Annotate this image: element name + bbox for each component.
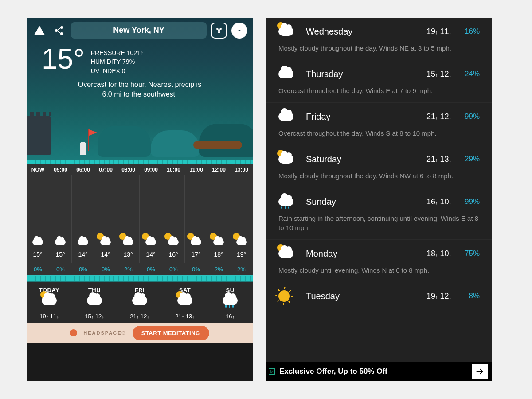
hourly-column[interactable]: 18° bbox=[207, 175, 230, 263]
day-temps: 21 13 bbox=[162, 313, 207, 320]
hourly-precip: 2% bbox=[207, 266, 230, 273]
hourly-forecast[interactable]: NOW05:0006:0007:0008:0009:0010:0011:0012… bbox=[27, 164, 253, 275]
cloud-icon bbox=[132, 296, 147, 305]
hourly-precip: 0% bbox=[94, 266, 117, 273]
phone-screen-main: New York, NY 15° PRESSURE 1021↑ HUMIDITY… bbox=[27, 18, 253, 381]
hourly-temp: 16° bbox=[168, 251, 178, 258]
dropdown-button[interactable] bbox=[231, 23, 247, 39]
day-hi-lo: 21 12 bbox=[426, 112, 451, 121]
uv-value: UV INDEX 0 bbox=[91, 66, 144, 75]
hourly-precip: 0% bbox=[27, 266, 49, 273]
hourly-temp: 14° bbox=[78, 251, 87, 258]
cloud-icon bbox=[87, 296, 102, 305]
day-hi-lo: 16 10 bbox=[426, 197, 451, 207]
share-icon[interactable] bbox=[51, 23, 66, 38]
daily-strip-item[interactable]: SU 16 bbox=[207, 287, 253, 320]
hourly-column[interactable]: 16° bbox=[162, 175, 185, 263]
adchoices-icon[interactable]: ▷ bbox=[269, 368, 275, 375]
cloud-icon bbox=[236, 239, 247, 245]
cloud-icon bbox=[123, 239, 133, 245]
ad-banner-offer[interactable]: ▷ Exclusive Offer, Up to 50% Off bbox=[266, 362, 492, 381]
headspace-logo-icon bbox=[70, 329, 77, 336]
day-temps: 15 12 bbox=[72, 313, 117, 320]
day-temps: 21 12 bbox=[117, 313, 162, 320]
current-temperature: 15° bbox=[42, 45, 85, 73]
hourly-precip: 0% bbox=[140, 266, 162, 273]
daily-strip-item[interactable]: FRI 21 12 bbox=[117, 287, 162, 320]
day-description: Overcast throughout the day. Winds S at … bbox=[278, 129, 480, 138]
day-description: Rain starting in the afternoon, continui… bbox=[278, 214, 480, 232]
hourly-temp: 14° bbox=[101, 251, 110, 258]
daily-list-item[interactable]: Thursday 15 12 24% Overcast throughout t… bbox=[266, 60, 492, 103]
day-description: Mostly cloudy throughout the day. Winds … bbox=[278, 171, 480, 180]
widgets-icon[interactable] bbox=[211, 23, 227, 39]
daily-list-item[interactable]: Monday 18 10 75% Mostly cloudy until eve… bbox=[266, 240, 492, 282]
cloud-icon bbox=[278, 112, 293, 121]
day-name: Sunday bbox=[306, 197, 418, 207]
daily-list-item[interactable]: Wednesday 19 11 16% Mostly cloudy throug… bbox=[266, 18, 492, 60]
hourly-column[interactable]: 14° bbox=[72, 175, 94, 263]
ad-banner-headspace[interactable]: HEADSPACE® START MEDITATING bbox=[27, 323, 253, 343]
daily-list-item[interactable]: Sunday 16 10 99% Rain starting in the af… bbox=[266, 188, 492, 240]
hourly-column[interactable]: 14° bbox=[94, 175, 117, 263]
cloud-icon bbox=[278, 27, 293, 36]
day-temps: 16 bbox=[207, 313, 253, 320]
pressure-value: PRESSURE 1021↑ bbox=[91, 48, 144, 57]
hour-label: 12:00 bbox=[207, 167, 230, 173]
hourly-temp: 18° bbox=[214, 251, 223, 258]
hour-label: 06:00 bbox=[72, 167, 94, 173]
hour-label: NOW bbox=[27, 167, 49, 173]
day-name: Saturday bbox=[306, 154, 418, 164]
daily-list-item[interactable]: Saturday 21 13 29% Mostly cloudy through… bbox=[266, 145, 492, 188]
hourly-columns: 15° 15° 14° 14° 13° bbox=[27, 175, 253, 263]
hourly-column[interactable]: 17° bbox=[185, 175, 207, 263]
day-hi-lo: 19 12 bbox=[426, 292, 451, 301]
illustration-scene bbox=[27, 115, 253, 160]
hourly-temp: 15° bbox=[33, 251, 42, 258]
hour-label: 08:00 bbox=[117, 167, 140, 173]
day-name: Monday bbox=[306, 249, 418, 259]
hourly-column[interactable]: 15° bbox=[27, 175, 49, 263]
day-name: Thursday bbox=[306, 69, 418, 79]
daily-strip-item[interactable]: THU 15 12 bbox=[72, 287, 117, 320]
hour-label: 07:00 bbox=[94, 167, 117, 173]
hourly-temp: 14° bbox=[146, 251, 155, 258]
hour-label: 09:00 bbox=[140, 167, 162, 173]
cloud-icon bbox=[278, 155, 293, 164]
ad-offer-text: Exclusive Offer, Up to 50% Off bbox=[279, 367, 467, 376]
hourly-column[interactable]: 19° bbox=[230, 175, 253, 263]
daily-forecast-list[interactable]: Wednesday 19 11 16% Mostly cloudy throug… bbox=[266, 18, 492, 362]
current-stats: PRESSURE 1021↑ HUMIDITY 79% UV INDEX 0 bbox=[91, 45, 144, 75]
ad-cta-button[interactable]: START MEDITATING bbox=[133, 326, 209, 340]
rain-icon bbox=[225, 305, 234, 308]
daily-forecast-strip[interactable]: TODAY 19 11 THU 15 12 FRI 21 12 SAT 21 1… bbox=[27, 281, 253, 323]
daily-list-item[interactable]: Tuesday 19 12 8% bbox=[266, 282, 492, 311]
location-pill[interactable]: New York, NY bbox=[71, 22, 207, 39]
cloud-icon bbox=[42, 296, 57, 305]
hourly-temp: 17° bbox=[191, 251, 200, 258]
daily-strip-item[interactable]: SAT 21 13 bbox=[162, 287, 207, 320]
cloud-icon bbox=[55, 239, 66, 245]
alert-icon[interactable] bbox=[32, 23, 47, 38]
cloud-icon bbox=[213, 239, 224, 245]
cloud-icon bbox=[223, 296, 238, 305]
cloud-icon bbox=[278, 249, 293, 258]
hourly-precip: 2% bbox=[230, 266, 253, 273]
day-description: Mostly cloudy until evening. Winds N at … bbox=[278, 266, 480, 275]
day-precip-pct: 75% bbox=[460, 249, 480, 258]
hourly-precip: 0% bbox=[185, 266, 207, 273]
knight-icon bbox=[80, 142, 86, 155]
hourly-temp: 15° bbox=[55, 251, 65, 258]
hourly-column[interactable]: 14° bbox=[140, 175, 162, 263]
cloud-icon bbox=[145, 239, 156, 245]
hourly-column[interactable]: 13° bbox=[117, 175, 140, 263]
day-precip-pct: 24% bbox=[460, 70, 480, 78]
hourly-column[interactable]: 15° bbox=[49, 175, 72, 263]
ad-go-button[interactable] bbox=[472, 364, 488, 379]
hourly-precip: 0% bbox=[162, 266, 185, 273]
cloud-icon bbox=[32, 239, 43, 245]
daily-list-item[interactable]: Friday 21 12 99% Overcast throughout the… bbox=[266, 103, 492, 145]
daily-strip-item[interactable]: TODAY 19 11 bbox=[27, 287, 72, 320]
day-precip-pct: 29% bbox=[460, 155, 480, 164]
ad-brand-label: HEADSPACE® bbox=[83, 330, 126, 336]
